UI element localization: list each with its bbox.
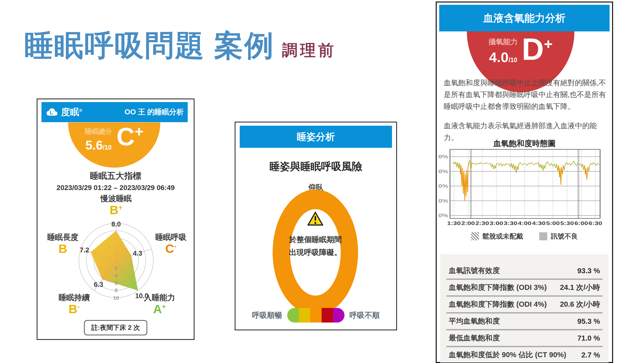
metric-value: 20.6 次/小時 <box>560 299 600 309</box>
slide-title: 睡眠呼吸問題 案例 調理前 <box>24 30 336 62</box>
hatch-swatch-icon <box>471 232 479 240</box>
svg-text:1:30: 1:30 <box>447 220 461 226</box>
svg-text:8: 8 <box>115 287 118 293</box>
svg-text:10: 10 <box>113 295 119 301</box>
oxygen-paragraph-1: 血氧飽和度與睡眠呼吸中止之間沒有絕對的關係,不是所有血氧下降都與睡眠呼吸中止有關… <box>444 77 607 112</box>
svg-text:3:30: 3:30 <box>504 220 517 226</box>
metric-value: 95.3 % <box>577 317 600 326</box>
breath-scale-segment <box>287 308 299 323</box>
svg-text:2: 2 <box>115 265 118 271</box>
oxygen-card: 血液含氧能力分析 攝氧能力 4.0/10 D+ 血氧飽和度與睡眠呼吸中止之間沒有… <box>436 2 613 363</box>
oxygen-score-value: 4.0/10 <box>488 49 518 65</box>
breath-legend-right: 呼吸不順 <box>350 310 380 321</box>
svg-text:60%: 60% <box>438 212 448 218</box>
brand-name: 度眠® <box>61 106 82 118</box>
oxygen-metrics-table: 血氧訊號有效度93.3 %血氧飽和度下降指數 (ODI 3%)24.1 次/小時… <box>440 254 609 362</box>
brand-wrap: 度眠® <box>45 106 82 118</box>
posture-card-header: 睡姿分析 <box>240 126 392 148</box>
sleep-score-value: 5.6/10 <box>85 138 112 153</box>
metric-value: 93.3 % <box>577 267 600 275</box>
metric-label: 血氧飽和度低於 90% 佔比 (CT 90%) <box>449 350 566 360</box>
oxygen-paragraphs: 血氧飽和度與睡眠呼吸中止之間沒有絕對的關係,不是所有血氧下降都與睡眠呼吸中止有關… <box>444 77 607 144</box>
sleep-grade: C+ <box>117 124 143 149</box>
svg-text:80%: 80% <box>438 183 448 189</box>
svg-text:5:30: 5:30 <box>560 220 574 226</box>
gray-swatch-icon <box>539 232 547 240</box>
breath-legend: 呼吸順暢 呼吸不順 <box>235 308 396 323</box>
svg-text:70%: 70% <box>438 198 448 204</box>
sleep-score: 睡眠總分 5.6/10 <box>85 127 112 153</box>
spo2-legend-item: 鬆脫或未配戴 <box>471 232 523 241</box>
svg-text:8.0: 8.0 <box>111 220 121 228</box>
sleep-analysis-card: 度眠® OO 王 的睡眠分析 睡眠總分 5.6/10 C+ 睡眠五大指標 202… <box>37 99 194 340</box>
sleep-radar-chart: 2468108.04.310.06.37.2 <box>72 216 160 304</box>
sleep-score-semicircle: 睡眠總分 5.6/10 C+ <box>68 122 160 168</box>
svg-text:4: 4 <box>115 273 118 278</box>
posture-heading: 睡姿與睡眠呼吸風險 <box>235 160 396 173</box>
radar-axis-1: 睡眠呼吸C- <box>150 232 192 255</box>
svg-text:2:00: 2:00 <box>461 220 475 226</box>
posture-warning: 於整個睡眠期間 出現呼吸障礙。 <box>271 211 359 259</box>
svg-text:90%: 90% <box>438 168 448 174</box>
svg-text:100%: 100% <box>438 154 448 159</box>
spo2-legend-item: 訊號不良 <box>539 232 578 241</box>
breath-scale-segment <box>310 308 322 323</box>
oxygen-score: 攝氧能力 4.0/10 <box>488 37 518 65</box>
svg-text:6.3: 6.3 <box>94 281 103 288</box>
svg-text:2:30: 2:30 <box>475 220 489 226</box>
metric-value: 71.0 % <box>577 334 600 342</box>
metric-value: 2.7 % <box>581 351 600 359</box>
svg-text:6:30: 6:30 <box>588 220 602 226</box>
radar-axis-2: 入睡能力A+ <box>138 292 181 315</box>
sleep-date-range: 2023/03/29 01:22 – 2023/03/29 06:49 <box>37 184 194 192</box>
spo2-time-chart: 100%90%80%70%60%1:302:002:303:003:304:00… <box>438 148 611 226</box>
oxygen-score-label: 攝氧能力 <box>488 37 518 47</box>
table-row: 血氧飽和度下降指數 (ODI 4%)20.6 次/小時 <box>446 297 603 312</box>
slide-title-main: 睡眠呼吸問題 案例 <box>24 30 274 62</box>
svg-text:4:00: 4:00 <box>518 220 531 226</box>
metric-label: 血氧飽和度下降指數 (ODI 3%) <box>449 283 547 293</box>
radar-axis-3: 睡眠持續B- <box>53 292 95 315</box>
slide-canvas: 睡眠呼吸問題 案例 調理前 度眠® OO 王 的睡眠分析 睡眠總分 5.6/10 <box>0 0 644 363</box>
radar-axis-4: 睡眠長度B <box>41 232 84 255</box>
sleep-header-user: OO 王 的睡眠分析 <box>125 107 184 117</box>
metric-label: 血氧飽和度下降指數 (ODI 4%) <box>449 299 547 309</box>
spo2-chart-title: 血氧飽和度時態圖 <box>437 138 612 149</box>
svg-text:4.3: 4.3 <box>133 250 142 257</box>
dumian-cloud-logo-icon <box>45 108 59 117</box>
svg-text:6: 6 <box>115 280 118 286</box>
oxygen-card-header: 血液含氧能力分析 <box>439 5 610 31</box>
breath-scale-segment <box>299 308 310 323</box>
table-row: 平均血氧飽和度95.3 % <box>446 313 603 329</box>
radar-axis-0: 慢波睡眠B+ <box>95 193 137 216</box>
metric-label: 平均血氧飽和度 <box>449 316 500 326</box>
svg-text:5:00: 5:00 <box>546 220 560 226</box>
sleep-note: 註:夜間下床 2 次 <box>84 320 147 335</box>
metric-value: 24.1 次/小時 <box>560 283 600 293</box>
spo2-legend: 鬆脫或未配戴訊號不良 <box>437 232 612 241</box>
table-row: 血氧飽和度下降指數 (ODI 3%)24.1 次/小時 <box>446 280 603 295</box>
svg-text:3:00: 3:00 <box>489 220 503 226</box>
breath-scale-segment <box>322 308 333 323</box>
breath-scale-segment <box>333 308 344 323</box>
sleep-section-title: 睡眠五大指標 <box>37 170 194 182</box>
table-row: 血氧訊號有效度93.3 % <box>446 263 603 279</box>
posture-warning-text: 於整個睡眠期間 出現呼吸障礙。 <box>271 233 359 259</box>
svg-text:4:30: 4:30 <box>532 220 546 226</box>
breath-legend-left: 呼吸順暢 <box>252 310 282 321</box>
registered-mark: ® <box>79 108 82 113</box>
metric-label: 血氧訊號有效度 <box>449 266 500 276</box>
table-row: 最低血氧飽和度71.0 % <box>446 330 603 346</box>
sleep-card-header: 度眠® OO 王 的睡眠分析 <box>41 102 188 122</box>
warning-triangle-icon <box>307 211 324 226</box>
svg-text:6:00: 6:00 <box>574 220 588 226</box>
sleep-score-label: 睡眠總分 <box>85 127 112 136</box>
metric-label: 最低血氧飽和度 <box>449 333 500 343</box>
posture-card: 睡姿分析 睡姿與睡眠呼吸風險 仰臥 100.0% 於整個睡眠期間 出現呼吸障礙。… <box>235 122 397 330</box>
breath-scale-bar <box>287 308 344 323</box>
table-row: 血氧飽和度低於 90% 佔比 (CT 90%)2.7 % <box>446 347 603 362</box>
oxygen-grade: D+ <box>522 34 553 65</box>
slide-title-suffix: 調理前 <box>282 40 336 61</box>
